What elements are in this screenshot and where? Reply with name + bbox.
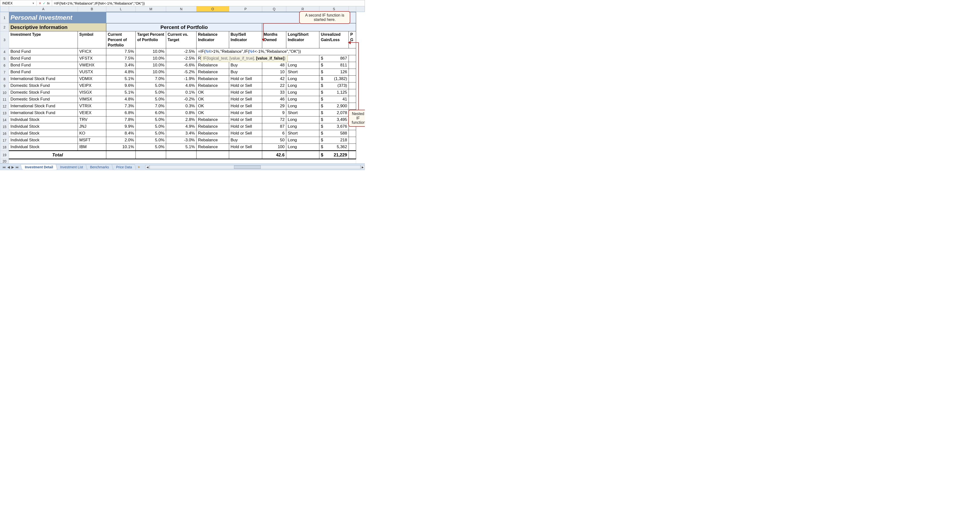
cell-symbol[interactable]: KO [78, 130, 106, 137]
cell-investment-type[interactable]: Bond Fund [9, 69, 78, 76]
cell-symbol[interactable]: MSFT [78, 137, 106, 144]
horizontal-scrollbar[interactable]: ◀ ▶ [145, 165, 365, 169]
column-header-M[interactable]: M [136, 6, 166, 12]
cell-target-pct[interactable]: 10.0% [136, 55, 166, 62]
row-header-3[interactable]: 3 [0, 31, 9, 48]
cell-symbol[interactable]: VEIEX [78, 110, 106, 116]
cell-target-pct[interactable]: 10.0% [136, 48, 166, 55]
cell-target-pct[interactable]: 5.0% [136, 144, 166, 151]
column-header-N[interactable]: N [166, 6, 197, 12]
enter-icon[interactable]: ✓ [43, 2, 46, 5]
cell-longshort[interactable]: Long [286, 116, 319, 123]
column-header-O[interactable]: O [197, 6, 229, 12]
cell-extra[interactable] [349, 137, 356, 144]
cell-target-pct[interactable]: 5.0% [136, 83, 166, 89]
row-header-17[interactable]: 17 [0, 137, 9, 144]
cell-months[interactable]: 22 [262, 83, 286, 89]
cell-rebalance[interactable]: OK [197, 89, 229, 96]
scroll-right-icon[interactable]: ▶ [361, 165, 365, 169]
cell-longshort[interactable]: Long [286, 103, 319, 110]
cell-editing-formula[interactable]: =IF(N4>1%,"Rebalance",IF(N4<-1%,"Rebalan… [197, 48, 356, 55]
cell-longshort[interactable]: Long [286, 137, 319, 144]
sheet-tab-investment-list[interactable]: Investment List [56, 164, 88, 170]
cell-target-pct[interactable]: 10.0% [136, 62, 166, 69]
cell-investment-type[interactable]: Individual Stock [9, 130, 78, 137]
cell-extra[interactable] [349, 62, 356, 69]
cell-investment-type[interactable]: Domestic Stock Fund [9, 89, 78, 96]
cell-extra[interactable] [349, 96, 356, 103]
column-header-R[interactable]: R [286, 6, 319, 12]
cell-investment-type[interactable]: Individual Stock [9, 137, 78, 144]
cell-symbol[interactable]: VWEHX [78, 62, 106, 69]
sheet-tab-price-data[interactable]: Price Data [111, 164, 137, 170]
cell-symbol[interactable]: VDMIX [78, 76, 106, 83]
cell-longshort[interactable]: Long [286, 76, 319, 83]
cell-rebalance[interactable]: Rebalance [197, 69, 229, 76]
cell-current-pct[interactable]: 7.8% [106, 116, 136, 123]
cell-rebalance[interactable]: Rebalance [197, 62, 229, 69]
cell-rebalance[interactable]: Rebalance [197, 76, 229, 83]
cell-current-pct[interactable]: 3.4% [106, 62, 136, 69]
cell-rebalance[interactable]: Rebalance [197, 144, 229, 151]
cell-gainloss[interactable]: $2,078 [319, 110, 349, 116]
cell-cvst[interactable]: -2.5% [166, 55, 197, 62]
cell-symbol[interactable]: VFSTX [78, 55, 106, 62]
cell-cvst[interactable]: 3.4% [166, 130, 197, 137]
column-header-P[interactable]: P [229, 6, 262, 12]
cell-rebalance[interactable]: Rebalance [197, 123, 229, 130]
column-header-Q[interactable]: Q [262, 6, 286, 12]
cell-current-pct[interactable]: 8.4% [106, 130, 136, 137]
cell-longshort[interactable]: Long [286, 89, 319, 96]
sheet-tab-investment-detail[interactable]: Investment Detail [21, 164, 57, 170]
cell-longshort[interactable]: Long [286, 123, 319, 130]
row-header-15[interactable]: 15 [0, 123, 9, 130]
formula-input[interactable]: =IF(N4>1%,"Rebalance",IF(N4<-1%,"Rebalan… [52, 1, 364, 6]
cell-longshort[interactable]: Long [286, 62, 319, 69]
scroll-left-icon[interactable]: ◀ [145, 165, 150, 169]
cell-extra[interactable] [349, 83, 356, 89]
cell-current-pct[interactable]: 5.1% [106, 76, 136, 83]
cell-cvst[interactable]: -2.5% [166, 48, 197, 55]
cell-symbol[interactable]: VEIPX [78, 83, 106, 89]
row-header-9[interactable]: 9 [0, 83, 9, 89]
cell-months[interactable]: 9 [262, 110, 286, 116]
cell-cvst[interactable]: -1.9% [166, 76, 197, 83]
cell-symbol[interactable]: VISGX [78, 89, 106, 96]
cell-rebalance[interactable]: OK [197, 96, 229, 103]
cell-gainloss[interactable]: $126 [319, 69, 349, 76]
cell-investment-type[interactable]: International Stock Fund [9, 76, 78, 83]
cell-gainloss[interactable]: $2,900 [319, 103, 349, 110]
cell-target-pct[interactable]: 5.0% [136, 123, 166, 130]
cell-rebalance[interactable]: Rebalance [197, 116, 229, 123]
cell-cvst[interactable]: 4.6% [166, 83, 197, 89]
cell-current-pct[interactable]: 7.3% [106, 103, 136, 110]
cell-gainloss[interactable]: $218 [319, 137, 349, 144]
cell-buysell[interactable]: Hold or Sell [229, 83, 262, 89]
cell-target-pct[interactable]: 5.0% [136, 89, 166, 96]
cell-current-pct[interactable]: 4.8% [106, 69, 136, 76]
cell-buysell[interactable]: Buy [229, 62, 262, 69]
cell-months[interactable]: 6 [262, 130, 286, 137]
cell-cvst[interactable]: -0.2% [166, 96, 197, 103]
cell-cvst[interactable]: 0.3% [166, 103, 197, 110]
row-header-20[interactable]: 20 [0, 159, 9, 164]
cell-rebalance[interactable]: Rebalance [197, 83, 229, 89]
cell-gainloss[interactable]: $867 [319, 55, 349, 62]
cell-target-pct[interactable]: 7.0% [136, 76, 166, 83]
cell-buysell[interactable]: Buy [229, 137, 262, 144]
cell-symbol[interactable]: TRV [78, 116, 106, 123]
spreadsheet-grid[interactable]: 1 Personal Investment 2 Descriptive Info… [0, 12, 356, 164]
fx-icon[interactable]: fx [47, 2, 50, 5]
cell-investment-type[interactable]: Individual Stock [9, 123, 78, 130]
column-header-B[interactable]: B [78, 6, 106, 12]
cell-cvst[interactable]: 0.8% [166, 110, 197, 116]
column-header-S[interactable]: S [319, 6, 349, 12]
cell-months[interactable]: 10 [262, 69, 286, 76]
cell-target-pct[interactable]: 5.0% [136, 130, 166, 137]
cell-gainloss[interactable]: $3,495 [319, 116, 349, 123]
row-header-5[interactable]: 5 [0, 55, 9, 62]
cell-buysell[interactable]: Buy [229, 69, 262, 76]
cell-months[interactable]: 50 [262, 137, 286, 144]
cell-target-pct[interactable]: 7.0% [136, 103, 166, 110]
cell-cvst[interactable]: 4.9% [166, 123, 197, 130]
